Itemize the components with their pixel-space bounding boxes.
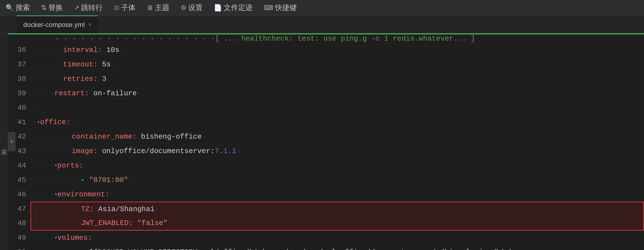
ln-44: 44 [8,158,26,173]
code-line-50: · · · · · · - ${DOCKER_VOLUME_DIRECTORY:… [31,245,644,250]
ln-40: 40 [8,101,26,115]
font-icon: ⊙ [114,4,119,12]
key-jwt: JWT_ENABLED: [81,216,133,230]
key-volumes: volumes: [57,231,92,245]
ln-36: 36 [8,43,26,57]
key-interval: interval: [63,43,102,57]
ln-49: 49 [8,231,26,245]
tab-docker-compose[interactable]: docker-compose.yml × [17,16,98,33]
collapse-icon-49: ▾ [54,231,57,245]
code-line-36: · · · · interval: 10s · [31,43,644,57]
shortcuts-icon: ⌨ [264,4,273,12]
key-retries: retries: [63,72,98,86]
value-interval: 10s [106,43,119,57]
goto-icon: ↗ [74,4,79,12]
menu-goto[interactable]: ↗ 跳转行 [74,3,103,12]
menu-search[interactable]: 🔍 搜索 [6,3,30,12]
key-office: office: [40,115,70,129]
key-timeout: timeout: [63,57,98,72]
file-nav-icon: 📄 [214,4,222,12]
tab-close-button[interactable]: × [88,21,91,28]
theme-icon: 🖥 [147,4,153,12]
code-line-40: · [31,101,644,115]
value-tz: Asia/Shanghai [98,202,155,216]
code-content: 36 37 38 39 40 41 42 43 44 45 46 47 48 4… [8,43,644,250]
ln-45: 45 [8,173,26,187]
tab-bar: docker-compose.yml × [0,16,644,33]
code-line-43: · · · · · image: onlyoffice/documentserv… [31,144,644,158]
code-line-47: · · · · · · TZ: Asia/Shanghai · [31,202,644,216]
key-image: image: [72,144,98,158]
menu-replace[interactable]: ⇅ 替换 [41,3,63,12]
code-line-48: · · · · · · JWT_ENABLED: "false" · [31,216,644,231]
sidebar-label: 索 [0,33,8,250]
dash-45: - [80,173,89,187]
value-retries: 3 [102,72,107,86]
menu-file-nav[interactable]: 📄 文件定迹 [214,3,253,12]
code-line-37: · · · · timeout: 5s · [31,57,644,72]
code-line-42: · · · · · container_name: bisheng-office… [31,129,644,144]
code-lines-container: · · · · interval: 10s · · · · · timeout:… [31,43,644,250]
value-restart-1: on-failure [93,86,137,101]
settings-icon: ⚙ [180,4,187,12]
code-line-45: · · · · · · - "8701:80" · [31,173,644,187]
value-timeout: 5s [102,57,111,72]
value-image-pre: onlyoffice/documentserver: [102,144,215,158]
code-line-44: · · · ▾ ports: · [31,158,644,173]
collapse-icon-46: ▾ [54,187,57,202]
ln-41: 41 [8,115,26,129]
editor-container: 索 ‹ · · · · · · · · · · · · · · · · · · … [0,33,644,250]
ln-46: 46 [8,187,26,202]
value-container-name: bisheng-office [141,129,202,144]
menu-settings[interactable]: ⚙ 设置 [180,3,203,12]
top-menu-bar: 🔍 搜索 ⇅ 替换 ↗ 跳转行 ⊙ 子体 🖥 主题 ⚙ 设置 📄 文件定迹 ⌨ … [0,0,644,16]
search-icon: 🔍 [6,4,14,12]
dash-50: - [80,245,89,250]
ln-50: 50 [8,245,26,250]
clipped-top-line: · · · · · · · · · · · · · · · · · · · [ … [8,34,644,43]
menu-font[interactable]: ⊙ 子体 [114,3,135,12]
collapse-icon-41: ▾ [37,115,40,129]
code-line-38: · · · · retries: 3 [31,72,644,86]
code-line-49: · · · ▾ volumes: · [31,231,644,245]
ln-37: 37 [8,57,26,72]
tab-filename: docker-compose.yml [23,21,85,29]
collapse-icon-44: ▾ [54,158,57,173]
key-tz: TZ: [81,202,94,216]
key-container-name: container_name: [72,129,137,144]
ln-48: 48 [8,216,26,231]
menu-theme[interactable]: 🖥 主题 [147,3,169,12]
value-jwt: "false" [137,216,167,230]
replace-icon: ⇅ [41,4,47,12]
ln-47: 47 [8,202,26,216]
value-port: "8701:80" [89,173,128,187]
ln-38: 38 [8,72,26,86]
menu-shortcuts[interactable]: ⌨ 快捷键 [264,3,297,12]
ln-39: 39 [8,86,26,101]
code-line-41: · ▾ office: · [31,115,644,129]
value-volume: ${DOCKER_VOLUME_DIRECTORY:-.}/office/bis… [89,245,527,250]
code-editor: · · · · · · · · · · · · · · · · · · · [ … [8,33,644,250]
sidebar-toggle-button[interactable]: ‹ [8,132,16,151]
key-ports: ports: [57,158,84,173]
code-line-39: · · · restart: on-failure · [31,86,644,101]
key-environment: environment: [57,187,109,202]
key-restart-1: restart: [54,86,89,101]
value-image-version: 7.1.1 [215,144,236,158]
code-line-46: · · · ▾ environment: · [31,187,644,202]
